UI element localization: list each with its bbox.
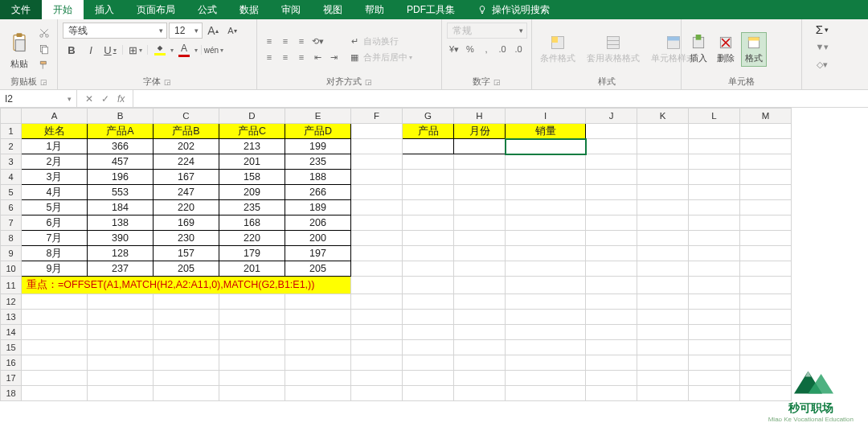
cell-G13[interactable] — [403, 310, 454, 325]
phonetic-guide-button[interactable]: wén▾ — [205, 42, 223, 58]
decrease-decimal-button[interactable]: .0 — [511, 42, 526, 56]
fill-color-button[interactable] — [151, 42, 169, 58]
cell-A7[interactable]: 6月 — [22, 216, 88, 231]
cancel-formula-button[interactable]: ✕ — [85, 93, 93, 105]
row-header-1[interactable]: 1 — [1, 124, 22, 139]
cell-E17[interactable] — [285, 371, 351, 386]
align-middle-button[interactable]: ≡ — [278, 34, 293, 48]
copy-button[interactable] — [37, 42, 51, 56]
cell-H4[interactable] — [454, 170, 506, 185]
align-left-button[interactable]: ≡ — [262, 50, 276, 64]
cell-F6[interactable] — [351, 200, 403, 216]
cell-G14[interactable] — [403, 325, 454, 340]
cell-D9[interactable]: 179 — [219, 246, 285, 261]
col-header-G[interactable]: G — [403, 109, 454, 124]
cell-H17[interactable] — [454, 371, 506, 386]
cell-M4[interactable] — [740, 170, 792, 185]
cell-J18[interactable] — [586, 386, 637, 401]
cell-G17[interactable] — [403, 371, 454, 386]
cell-C13[interactable] — [154, 310, 219, 325]
cell-B13[interactable] — [88, 310, 154, 325]
cell-G16[interactable] — [403, 355, 454, 371]
cell-J11[interactable] — [586, 277, 637, 294]
cell-B1[interactable]: 产品A — [88, 124, 154, 139]
cell-M3[interactable] — [740, 154, 792, 170]
tab-help[interactable]: 帮助 — [354, 0, 395, 19]
tab-formulas[interactable]: 公式 — [186, 0, 228, 19]
col-header-F[interactable]: F — [351, 109, 403, 124]
cell-F13[interactable] — [351, 310, 403, 325]
cell-D15[interactable] — [219, 340, 285, 355]
format-as-table-button[interactable]: 套用表格格式 — [583, 33, 643, 66]
cell-L7[interactable] — [689, 216, 740, 231]
cell-B10[interactable]: 237 — [88, 261, 154, 277]
dialog-launcher-icon[interactable]: ◲ — [365, 78, 372, 86]
cell-M1[interactable] — [740, 124, 792, 139]
cell-K8[interactable] — [637, 231, 689, 246]
paste-button[interactable]: 粘贴 — [5, 27, 34, 72]
cell-F15[interactable] — [351, 340, 403, 355]
tab-data[interactable]: 数据 — [228, 0, 270, 19]
cell-G5[interactable] — [403, 185, 454, 200]
cell-K6[interactable] — [637, 200, 689, 216]
cell-B14[interactable] — [88, 325, 154, 340]
cell-E8[interactable]: 200 — [285, 231, 351, 246]
cell-M2[interactable] — [740, 139, 792, 154]
cell-I4[interactable] — [506, 170, 586, 185]
row-header-5[interactable]: 5 — [1, 185, 22, 200]
cell-I7[interactable] — [506, 216, 586, 231]
bold-button[interactable]: B — [63, 42, 80, 58]
cell-L18[interactable] — [689, 386, 740, 401]
select-all-corner[interactable] — [1, 109, 22, 124]
tab-review[interactable]: 审阅 — [270, 0, 312, 19]
cell-C3[interactable]: 224 — [154, 154, 219, 170]
cell-C9[interactable]: 157 — [154, 246, 219, 261]
cell-H14[interactable] — [454, 325, 506, 340]
cell-J1[interactable] — [586, 124, 637, 139]
cell-D12[interactable] — [219, 294, 285, 310]
cell-K17[interactable] — [637, 371, 689, 386]
cell-J8[interactable] — [586, 231, 637, 246]
cell-L5[interactable] — [689, 185, 740, 200]
cell-A15[interactable] — [22, 340, 88, 355]
cell-G3[interactable] — [403, 154, 454, 170]
cell-D13[interactable] — [219, 310, 285, 325]
cell-H16[interactable] — [454, 355, 506, 371]
name-box[interactable]: I2▾ — [0, 90, 77, 107]
cell-M11[interactable] — [740, 277, 792, 294]
cell-G15[interactable] — [403, 340, 454, 355]
cell-I18[interactable] — [506, 386, 586, 401]
cell-K9[interactable] — [637, 246, 689, 261]
cell-A18[interactable] — [22, 386, 88, 401]
cell-G10[interactable] — [403, 261, 454, 277]
cell-K2[interactable] — [637, 139, 689, 154]
cell-M10[interactable] — [740, 261, 792, 277]
percent-button[interactable]: % — [463, 42, 477, 56]
row-header-12[interactable]: 12 — [1, 294, 22, 310]
cell-C1[interactable]: 产品B — [154, 124, 219, 139]
cell-G4[interactable] — [403, 170, 454, 185]
cell-B7[interactable]: 138 — [88, 216, 154, 231]
wrap-text-button[interactable]: ↵自动换行 — [347, 34, 412, 48]
col-header-I[interactable]: I — [506, 109, 586, 124]
cell-F16[interactable] — [351, 355, 403, 371]
cell-B15[interactable] — [88, 340, 154, 355]
cell-E13[interactable] — [285, 310, 351, 325]
row-header-8[interactable]: 8 — [1, 231, 22, 246]
cell-A5[interactable]: 4月 — [22, 185, 88, 200]
cell-M9[interactable] — [740, 246, 792, 261]
row-header-18[interactable]: 18 — [1, 386, 22, 401]
cell-I14[interactable] — [506, 325, 586, 340]
format-cells-button[interactable]: 格式 — [741, 32, 767, 67]
cell-G12[interactable] — [403, 294, 454, 310]
cell-B16[interactable] — [88, 355, 154, 371]
tell-me-search[interactable]: 操作说明搜索 — [466, 0, 561, 19]
cell-C17[interactable] — [154, 371, 219, 386]
col-header-D[interactable]: D — [219, 109, 285, 124]
cell-M13[interactable] — [740, 310, 792, 325]
orientation-button[interactable]: ⟲▾ — [310, 34, 325, 48]
cell-I1[interactable]: 销量 — [506, 124, 586, 139]
cell-B3[interactable]: 457 — [88, 154, 154, 170]
font-size-combo[interactable]: 12▾ — [169, 23, 203, 39]
cell-H15[interactable] — [454, 340, 506, 355]
